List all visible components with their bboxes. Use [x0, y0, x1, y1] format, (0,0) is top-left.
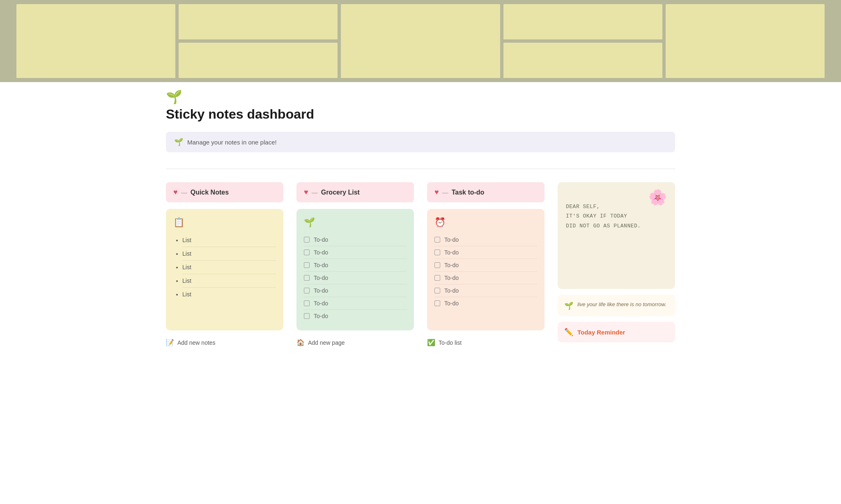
checkbox[interactable]	[304, 250, 310, 255]
todo-item: To-do	[304, 297, 407, 310]
todo-item: To-do	[304, 310, 407, 322]
sticky-note-bg	[503, 43, 662, 78]
check-icon: ✅	[427, 339, 435, 346]
add-new-page-button[interactable]: 🏠 Add new page	[296, 337, 414, 348]
todo-label: To-do	[314, 287, 328, 294]
list-item: List	[182, 234, 276, 247]
banner-text: Manage your notes in one place!	[187, 139, 277, 146]
todo-list-label: To-do list	[439, 339, 462, 346]
grocery-list-card: 🌱 To-do To-do To-do	[296, 209, 414, 330]
sprout-icon: 🌱	[166, 90, 675, 103]
page-content: 🌱 Sticky notes dashboard 🌱 Manage your n…	[133, 90, 708, 348]
todo-item: To-do	[304, 234, 407, 246]
alarm-icon: ⏰	[434, 217, 537, 228]
todo-label: To-do	[314, 236, 328, 243]
dear-self-card: 🌸 DEAR SELF, IT'S OKAY IF TODAY DID NOT …	[558, 182, 675, 289]
todo-label: To-do	[314, 300, 328, 307]
quick-notes-column: ♥ — Quick Notes 📋 List List List List Li…	[166, 182, 283, 348]
quick-notes-list: List List List List List	[173, 234, 276, 301]
todo-item: To-do	[304, 259, 407, 272]
checkbox[interactable]	[304, 275, 310, 281]
right-column: 🌸 DEAR SELF, IT'S OKAY IF TODAY DID NOT …	[558, 182, 675, 348]
todo-label: To-do	[444, 262, 459, 268]
todo-item: To-do	[434, 234, 537, 246]
sticky-note-bg	[16, 4, 175, 78]
quick-notes-card: 📋 List List List List List	[166, 209, 283, 330]
todo-label: To-do	[444, 236, 459, 243]
checkbox[interactable]	[434, 237, 440, 243]
edit-icon: 📝	[166, 339, 174, 346]
list-item: List	[182, 274, 276, 288]
flower-icon: 🌸	[648, 189, 667, 206]
list-item: List	[182, 261, 276, 274]
grocery-todo-list: To-do To-do To-do To-do	[304, 234, 407, 322]
dear-self-line3: DID NOT GO AS PLANNED.	[566, 221, 641, 231]
add-new-notes-button[interactable]: 📝 Add new notes	[166, 337, 283, 348]
heart-icon: ♥	[173, 188, 178, 197]
sticky-note-bg	[503, 4, 662, 39]
list-item: List	[182, 288, 276, 301]
todo-label: To-do	[444, 287, 459, 294]
reminder-text: Today Reminder	[577, 329, 625, 336]
checkbox[interactable]	[434, 262, 440, 268]
checkbox[interactable]	[304, 313, 310, 319]
task-todo-list: To-do To-do To-do To-do	[434, 234, 537, 309]
todo-label: To-do	[314, 313, 328, 319]
todo-list-button[interactable]: ✅ To-do list	[427, 337, 545, 348]
sticky-note-bg	[179, 43, 338, 78]
task-todo-title: Task to-do	[452, 189, 485, 196]
sprout-card-icon: 🌱	[304, 217, 407, 228]
sticky-notes-background	[0, 0, 841, 82]
dear-self-line1: DEAR SELF,	[566, 202, 641, 211]
sticky-note-bg	[666, 4, 825, 78]
todo-item: To-do	[434, 246, 537, 259]
grocery-list-column: ♥ — Grocery List 🌱 To-do To-do	[296, 182, 414, 348]
checkbox[interactable]	[434, 300, 440, 306]
todo-label: To-do	[444, 275, 459, 281]
quote-sprout-icon: 🌱	[564, 301, 573, 310]
todo-label: To-do	[444, 300, 459, 307]
checkbox[interactable]	[304, 288, 310, 293]
todo-label: To-do	[314, 262, 328, 268]
cards-grid: ♥ — Quick Notes 📋 List List List List Li…	[166, 182, 675, 348]
dash: —	[442, 189, 448, 196]
todo-item: To-do	[304, 246, 407, 259]
divider	[166, 169, 675, 169]
quote-card: 🌱 live your life like there is no tomorr…	[558, 295, 675, 316]
pencil-icon: ✏️	[564, 328, 573, 337]
checkbox[interactable]	[434, 250, 440, 255]
manage-banner: 🌱 Manage your notes in one place!	[166, 132, 675, 152]
add-page-label: Add new page	[308, 339, 345, 346]
quick-notes-header: ♥ — Quick Notes	[166, 182, 283, 202]
page-title: Sticky notes dashboard	[166, 107, 675, 122]
grocery-list-header: ♥ — Grocery List	[296, 182, 414, 202]
dear-self-text: DEAR SELF, IT'S OKAY IF TODAY DID NOT GO…	[566, 202, 641, 231]
sticky-note-bg	[179, 4, 338, 39]
banner-sprout-icon: 🌱	[174, 137, 183, 147]
checkbox[interactable]	[304, 237, 310, 243]
clipboard-icon: 📋	[173, 217, 276, 228]
checkbox[interactable]	[304, 300, 310, 306]
todo-item: To-do	[434, 259, 537, 272]
grocery-list-title: Grocery List	[321, 189, 360, 196]
checkbox[interactable]	[434, 275, 440, 281]
todo-item: To-do	[304, 284, 407, 297]
todo-label: To-do	[314, 249, 328, 256]
dear-self-line2: IT'S OKAY IF TODAY	[566, 211, 641, 221]
task-todo-header: ♥ — Task to-do	[427, 182, 545, 202]
hero-section	[0, 0, 841, 82]
checkbox[interactable]	[304, 262, 310, 268]
todo-item: To-do	[304, 272, 407, 284]
task-todo-column: ♥ — Task to-do ⏰ To-do To-do	[427, 182, 545, 348]
todo-item: To-do	[434, 284, 537, 297]
quick-notes-title: Quick Notes	[191, 189, 229, 196]
todo-item: To-do	[434, 297, 537, 309]
reminder-card: ✏️ Today Reminder	[558, 322, 675, 342]
sticky-note-bg	[341, 4, 500, 78]
task-todo-card: ⏰ To-do To-do To-do	[427, 209, 545, 330]
add-notes-label: Add new notes	[177, 339, 216, 346]
todo-label: To-do	[314, 275, 328, 281]
heart-icon: ♥	[304, 188, 308, 197]
checkbox[interactable]	[434, 288, 440, 293]
dash: —	[312, 189, 318, 196]
